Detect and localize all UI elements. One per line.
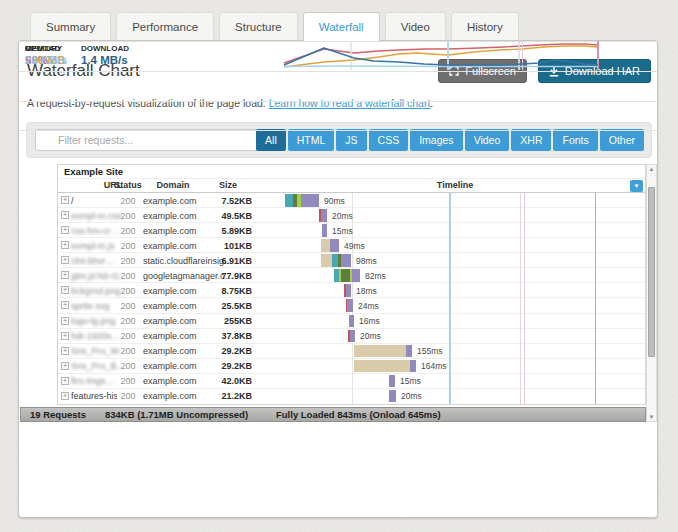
- tab-performance[interactable]: Performance: [116, 12, 214, 40]
- expand-icon[interactable]: +: [61, 392, 69, 400]
- segment-blocking: [321, 239, 330, 252]
- size-cell: 77.9KB: [198, 271, 252, 281]
- duration-label: 82ms: [365, 271, 386, 281]
- timeline-marker-line: [520, 193, 521, 404]
- size-cell: 29.2KB: [198, 361, 252, 371]
- waterfall-panel: Waterfall Chart Fullscreen Download HAR …: [18, 40, 658, 518]
- filter-button-css[interactable]: CSS: [369, 129, 409, 151]
- segment-waiting: [349, 315, 354, 328]
- expand-icon[interactable]: +: [61, 317, 69, 325]
- timeline-bar[interactable]: [319, 209, 327, 222]
- tab-structure[interactable]: Structure: [219, 12, 298, 40]
- table-header-row: URL Status Domain Size Timeline ▼: [58, 179, 645, 193]
- timeline-marker-line: [595, 193, 596, 404]
- size-cell: 7.52KB: [198, 196, 252, 206]
- expand-icon[interactable]: +: [61, 377, 69, 385]
- metric-label: DOWNLOAD: [81, 44, 129, 53]
- segment-blocking: [354, 360, 410, 373]
- metric-label: UPLOAD: [25, 44, 61, 53]
- expand-icon[interactable]: +: [61, 211, 69, 219]
- segment-waiting: [389, 375, 395, 388]
- duration-label: 98ms: [356, 256, 377, 266]
- timeline-bar[interactable]: [349, 315, 354, 328]
- timeline-bar[interactable]: [354, 345, 412, 358]
- timeline-bar[interactable]: [321, 254, 351, 267]
- expand-icon[interactable]: +: [61, 347, 69, 355]
- expand-icon[interactable]: +: [61, 196, 69, 204]
- size-cell: 8.75KB: [198, 286, 252, 296]
- tab-bar: SummaryPerformanceStructureWaterfallVide…: [30, 12, 519, 41]
- filter-requests-input[interactable]: [35, 129, 263, 151]
- request-row[interactable]: +sprite.svg200example.com25.5KB24ms: [58, 298, 645, 313]
- size-cell: 25.5KB: [198, 301, 252, 311]
- timeline-bar[interactable]: [389, 390, 396, 403]
- scroll-down-icon[interactable]: ▼: [647, 414, 656, 420]
- tab-history[interactable]: History: [451, 12, 519, 40]
- filter-button-xhr[interactable]: XHR: [511, 129, 551, 151]
- request-row[interactable]: +gtm.js?id=G…200googletagmanager.c…77.9K…: [58, 268, 645, 283]
- filter-button-other[interactable]: Other: [600, 129, 644, 151]
- request-row[interactable]: +hdr-1920x…200example.com37.8KB20ms: [58, 329, 645, 344]
- timeline-bar[interactable]: [346, 299, 353, 312]
- timeline-bar[interactable]: [285, 194, 319, 207]
- timeline-bar[interactable]: [348, 330, 355, 343]
- timeline-bar[interactable]: [322, 224, 327, 237]
- duration-label: 15ms: [400, 376, 421, 386]
- expand-icon[interactable]: +: [61, 362, 69, 370]
- segment-waiting: [301, 194, 319, 207]
- timeline-bar[interactable]: [389, 375, 395, 388]
- filter-button-html[interactable]: HTML: [288, 129, 335, 151]
- scrollbar-thumb[interactable]: [648, 187, 655, 357]
- filter-button-all[interactable]: All: [256, 129, 286, 151]
- segment-waiting: [346, 284, 351, 297]
- expand-icon[interactable]: +: [61, 301, 69, 309]
- size-cell: 5.89KB: [198, 226, 252, 236]
- duration-label: 20ms: [401, 391, 422, 401]
- segment-connecting: [341, 269, 350, 282]
- expand-icon[interactable]: +: [61, 256, 69, 264]
- filter-button-fonts[interactable]: Fonts: [553, 129, 597, 151]
- page: SummaryPerformanceStructureWaterfallVide…: [0, 0, 678, 532]
- size-cell: 21.2KB: [198, 391, 252, 401]
- timeline-options-dropdown[interactable]: ▼: [630, 180, 643, 192]
- expand-icon[interactable]: +: [61, 241, 69, 249]
- tab-video[interactable]: Video: [385, 12, 446, 40]
- duration-label: 20ms: [332, 211, 353, 221]
- expand-icon[interactable]: +: [61, 286, 69, 294]
- expand-icon[interactable]: +: [61, 271, 69, 279]
- tab-waterfall[interactable]: Waterfall: [303, 12, 380, 41]
- timeline-bar[interactable]: [321, 239, 339, 252]
- timeline-bar[interactable]: [334, 269, 360, 282]
- segment-waiting: [330, 239, 339, 252]
- tab-summary[interactable]: Summary: [30, 12, 111, 40]
- request-count: 19 Requests: [30, 409, 86, 420]
- column-header-timeline[interactable]: Timeline: [358, 179, 552, 192]
- duration-label: 18ms: [356, 286, 377, 296]
- load-times: Fully Loaded 843ms (Onload 645ms): [276, 409, 441, 420]
- filter-button-images[interactable]: Images: [410, 129, 462, 151]
- metric-value: 28 KB/s: [25, 54, 67, 66]
- column-header-size[interactable]: Size: [203, 179, 253, 192]
- duration-label: 155ms: [417, 346, 443, 356]
- filter-button-video[interactable]: Video: [465, 129, 510, 151]
- expand-icon[interactable]: +: [61, 332, 69, 340]
- filter-button-js[interactable]: JS: [336, 129, 366, 151]
- table-scrollbar[interactable]: ▲ ▼: [646, 164, 657, 422]
- expand-icon[interactable]: +: [61, 226, 69, 234]
- timeline-marker-line: [449, 193, 451, 404]
- segment-waiting: [347, 299, 353, 312]
- timeline-bar[interactable]: [344, 284, 351, 297]
- duration-label: 90ms: [324, 196, 345, 206]
- segment-blocking: [321, 254, 332, 267]
- column-header-domain[interactable]: Domain: [143, 179, 203, 192]
- scroll-up-icon[interactable]: ▲: [647, 166, 656, 172]
- segment-dns: [285, 194, 293, 207]
- segment-waiting: [389, 390, 396, 403]
- segment-blocking: [354, 345, 406, 358]
- timeline-bar[interactable]: [354, 360, 416, 373]
- segment-waiting: [341, 254, 351, 267]
- request-row[interactable]: +logo-lg.png200example.com255KB16ms: [58, 314, 645, 329]
- size-cell: 255KB: [198, 316, 252, 326]
- metric-row-upload: UPLOAD28 KB/sDOWNLOAD1.4 MB/s: [19, 101, 657, 131]
- segment-waiting: [322, 224, 327, 237]
